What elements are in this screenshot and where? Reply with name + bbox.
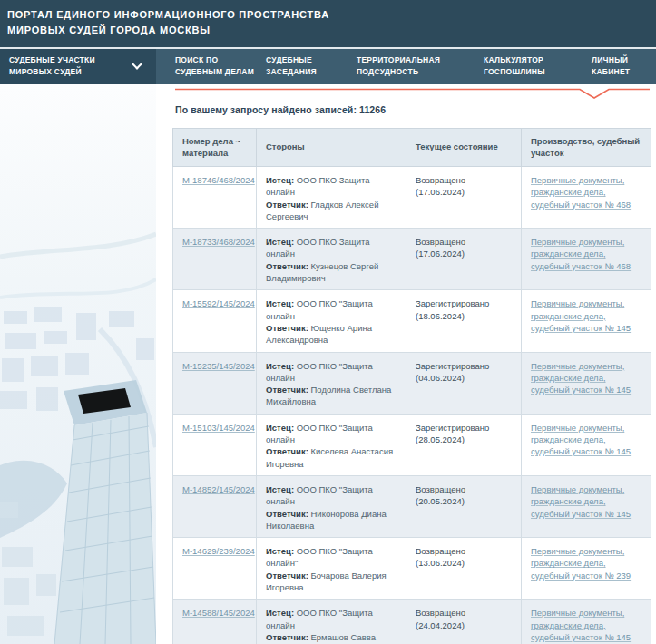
defendant-label: Ответчик: <box>266 632 308 642</box>
nav-label: ЗАСЕДАНИЯ <box>266 66 317 78</box>
case-status: Возвращено (13.06.2024) <box>416 546 465 568</box>
city-aerial-photo <box>0 84 156 644</box>
nav-item-court-sessions[interactable]: СУДЕБНЫЕ ЗАСЕДАНИЯ <box>266 54 317 78</box>
results-count: 11266 <box>359 104 386 115</box>
col-header-case-number: Номер дела ~ материала <box>173 129 257 167</box>
nav-item-fee-calculator[interactable]: КАЛЬКУЛЯТОР ГОСПОШЛИНЫ <box>484 54 545 78</box>
plaintiff-label: Истец: <box>266 546 294 556</box>
nav-label: СУДЕБНЫЕ <box>266 54 317 66</box>
proceeding-link[interactable]: Первичные документы, гражданские дела, с… <box>531 298 631 333</box>
case-status: Возвращено (17.06.2024) <box>416 175 465 197</box>
table-header-row: Номер дела ~ материала Стороны Текущее с… <box>173 129 651 167</box>
case-status: Зарегистрировано (28.05.2024) <box>416 423 489 444</box>
table-row: М-18746/468/2024 Истец: ООО ПКО Защита о… <box>173 167 651 229</box>
nav-label: ПОИСК ПО <box>175 54 254 66</box>
table-row: М-14629/239/2024 Истец: ООО ПКО "Защита … <box>173 538 651 600</box>
table-row: М-14588/145/2024 Истец: ООО ПКО "Защита … <box>173 600 651 644</box>
main-nav: СУДЕБНЫЕ УЧАСТКИ МИРОВЫХ СУДЕЙ ПОИСК ПО … <box>0 49 656 84</box>
proceeding-link[interactable]: Первичные документы, гражданские дела, с… <box>531 484 631 519</box>
nav-label: СУДЕБНЫМ ДЕЛАМ <box>175 66 254 78</box>
case-status: Возвращено (24.04.2024) <box>416 608 465 629</box>
defendant-label: Ответчик: <box>266 385 308 395</box>
nav-label: ЛИЧНЫЙ <box>592 54 630 66</box>
site-header: ПОРТАЛ ЕДИНОГО ИНФОРМАЦИОННОГО ПРОСТРАНС… <box>0 0 656 47</box>
defendant-label: Ответчик: <box>266 509 308 519</box>
proceeding-link[interactable]: Первичные документы, гражданские дела, с… <box>531 175 631 210</box>
defendant-label: Ответчик: <box>266 571 308 581</box>
nav-item-court-districts[interactable]: СУДЕБНЫЕ УЧАСТКИ МИРОВЫХ СУДЕЙ <box>0 49 156 84</box>
defendant-label: Ответчик: <box>266 200 308 210</box>
portal-title-line1: ПОРТАЛ ЕДИНОГО ИНФОРМАЦИОННОГО ПРОСТРАНС… <box>7 7 656 23</box>
results-table: Номер дела ~ материала Стороны Текущее с… <box>172 128 651 644</box>
defendant-label: Ответчик: <box>266 323 308 333</box>
plaintiff-label: Истец: <box>266 423 294 433</box>
results-table-wrap: Номер дела ~ материала Стороны Текущее с… <box>172 128 651 644</box>
case-status: Зарегистрировано (04.06.2024) <box>416 361 489 383</box>
case-number-link[interactable]: М-14852/145/2024 <box>182 484 255 494</box>
table-row: М-15592/145/2024 Истец: ООО ПКО "Защита … <box>173 290 651 352</box>
nav-item-case-search[interactable]: ПОИСК ПО СУДЕБНЫМ ДЕЛАМ <box>175 54 254 78</box>
results-summary-label: По вашему запросу найдено записей: <box>175 104 357 115</box>
nav-label: МИРОВЫХ СУДЕЙ <box>9 66 156 78</box>
case-number-link[interactable]: М-18746/468/2024 <box>182 175 255 185</box>
case-number-link[interactable]: М-15235/145/2024 <box>182 361 255 371</box>
nav-label: ГОСПОШЛИНЫ <box>484 66 545 78</box>
plaintiff-label: Истец: <box>266 484 294 494</box>
plaintiff-label: Истец: <box>266 298 294 308</box>
city-aerial-photo-svg <box>0 84 156 644</box>
case-number-link[interactable]: М-14629/239/2024 <box>182 546 255 556</box>
case-number-link[interactable]: М-18733/468/2024 <box>182 237 255 247</box>
plaintiff-label: Истец: <box>266 175 294 185</box>
table-row: М-18733/468/2024 Истец: ООО ПКО Защита о… <box>173 229 651 290</box>
case-status: Возвращено (20.05.2024) <box>416 484 465 506</box>
case-number-link[interactable]: М-14588/145/2024 <box>182 608 255 618</box>
chevron-down-icon <box>133 61 140 67</box>
proceeding-link[interactable]: Первичные документы, гражданские дела, с… <box>531 361 631 395</box>
table-row: М-15235/145/2024 Истец: ООО ПКО "Защита … <box>173 352 651 414</box>
portal-title-line2: МИРОВЫХ СУДЕЙ ГОРОДА МОСКВЫ <box>7 23 656 38</box>
nav-label: КАБИНЕТ <box>592 66 630 78</box>
proceeding-link[interactable]: Первичные документы, гражданские дела, с… <box>531 237 631 271</box>
case-status: Зарегистрировано (18.06.2024) <box>416 298 489 320</box>
nav-item-personal-account[interactable]: ЛИЧНЫЙ КАБИНЕТ <box>592 54 630 78</box>
table-row: М-14852/145/2024 Истец: ООО ПКО "Защита … <box>173 475 651 537</box>
plaintiff-label: Истец: <box>266 361 294 371</box>
defendant-label: Ответчик: <box>266 261 308 271</box>
table-row: М-15103/145/2024 Истец: ООО ПКО "Защита … <box>173 414 651 475</box>
col-header-status: Текущее состояние <box>406 129 522 167</box>
col-header-proceeding: Производство, судебный участок <box>522 129 651 167</box>
case-number-link[interactable]: М-15592/145/2024 <box>182 298 255 308</box>
plaintiff-label: Истец: <box>266 608 294 618</box>
col-header-parties: Стороны <box>257 129 406 167</box>
proceeding-link[interactable]: Первичные документы, гражданские дела, с… <box>531 608 631 642</box>
defendant-label: Ответчик: <box>266 446 308 456</box>
nav-label: ТЕРРИТОРИАЛЬНАЯ <box>357 54 440 66</box>
results-panel: По вашему запросу найдено записей: 11266… <box>156 84 656 644</box>
nav-label: КАЛЬКУЛЯТОР <box>484 54 545 66</box>
nav-item-territorial-jurisdiction[interactable]: ТЕРРИТОРИАЛЬНАЯ ПОДСУДНОСТЬ <box>357 54 440 78</box>
case-status: Возвращено (17.06.2024) <box>416 237 465 259</box>
results-summary: По вашему запросу найдено записей: 11266 <box>175 104 386 115</box>
active-tab-indicator-line <box>175 88 650 101</box>
proceeding-link[interactable]: Первичные документы, гражданские дела, с… <box>531 546 631 581</box>
proceeding-link[interactable]: Первичные документы, гражданские дела, с… <box>531 423 631 457</box>
case-number-link[interactable]: М-15103/145/2024 <box>182 423 255 433</box>
plaintiff-label: Истец: <box>266 237 294 247</box>
nav-label: ПОДСУДНОСТЬ <box>357 66 440 78</box>
